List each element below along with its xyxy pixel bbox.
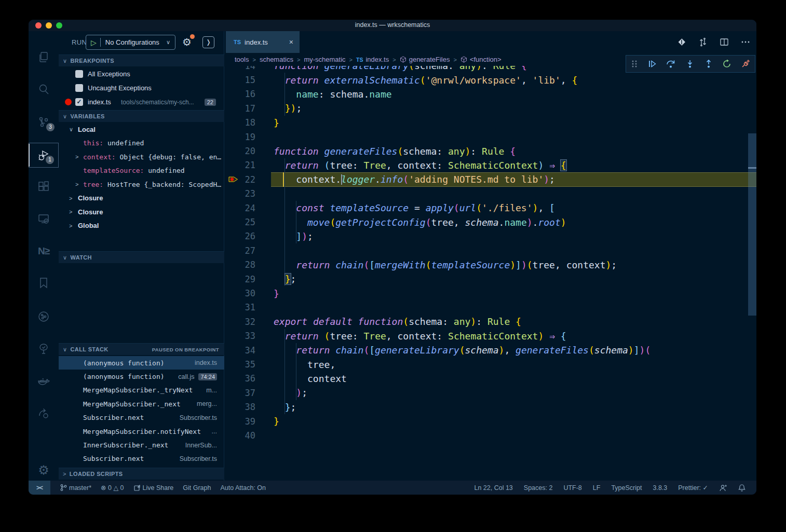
breakpoint-checkbox[interactable] [75,84,83,92]
code-line-18[interactable]: 18} [224,116,748,130]
callstack-frame[interactable]: InnerSubscriber._nextInnerSub... [59,438,224,452]
section-call-stack[interactable]: ∨CALL STACKPAUSED ON BREAKPOINT [59,343,224,355]
breadcrumb-item[interactable]: generateFiles [400,56,450,63]
variable-scope-row[interactable]: >Closure [59,192,224,206]
line-number[interactable]: 32 [224,317,255,327]
callstack-frame[interactable]: MergeMapSubscriber._nextmerg... [59,397,224,411]
breakpoint-checkbox[interactable] [75,70,83,78]
git-graph-icon[interactable] [29,304,59,329]
status-encoding[interactable]: UTF-8 [563,484,581,492]
callstack-frame[interactable]: MergeMapSubscriber._tryNextm... [59,384,224,397]
search-icon[interactable] [29,77,59,102]
line-number[interactable]: 16 [224,89,255,99]
code-line-26[interactable]: 26 ]); [224,229,748,243]
line-number[interactable]: 37 [224,388,255,398]
tab-index-ts[interactable]: TS index.ts × [226,31,300,53]
line-number[interactable]: 23 [224,188,255,199]
status-feedback[interactable] [719,484,727,492]
code-line-27[interactable]: 27 [224,243,748,257]
status-problems[interactable]: ⊗ 0 △ 0 [101,484,124,492]
code-line-30[interactable]: 30} [224,286,748,300]
callstack-frame[interactable]: (anonymous function)index.ts [59,356,224,370]
section-watch[interactable]: ∨WATCH [59,251,224,263]
line-number[interactable]: 29 [224,274,255,284]
code-line-20[interactable]: 20function generateFiles(schema: any): R… [224,144,748,158]
line-number[interactable]: 38 [224,402,255,412]
line-number[interactable]: 36 [224,373,255,384]
test-explorer-icon[interactable] [29,336,59,361]
line-number[interactable]: 19 [224,132,255,142]
status-eol[interactable]: LF [593,484,601,492]
bookmarks-icon[interactable] [29,270,59,295]
debug-console-button[interactable]: ❭ [202,36,214,48]
line-number[interactable]: 26 [224,231,255,241]
extensions-icon[interactable] [29,174,59,199]
status-ts-version[interactable]: 3.8.3 [653,484,667,492]
code-line-22[interactable]: 22 context.logger.info('adding NOTES.md … [224,172,748,186]
code-line-39[interactable]: 39} [224,414,748,428]
restart-icon[interactable] [722,59,731,69]
step-over-icon[interactable] [666,59,676,69]
variable-scope-row[interactable]: >Closure [59,205,224,219]
callstack-frame[interactable]: Subscriber.nextSubscriber.ts [59,411,224,425]
line-number[interactable]: 21 [224,160,255,170]
code-line-23[interactable]: 23 [224,187,748,201]
disconnect-icon[interactable] [741,59,750,69]
callstack-frame[interactable]: MergeMapSubscriber.notifyNext... [59,425,224,438]
debug-breakpoint-arrow-icon[interactable] [228,175,239,185]
breakpoint-checkbox[interactable]: ✓ [75,98,83,106]
line-number[interactable]: 25 [224,217,255,227]
code-line-33[interactable]: 33 return (tree: Tree, context: Schemati… [224,329,748,343]
breadcrumb-item[interactable]: TSindex.ts [356,56,389,63]
step-into-icon[interactable] [685,59,695,69]
code-line-16[interactable]: 16 name: schema.name [224,87,748,101]
breadcrumb-item[interactable]: schematics [260,56,293,63]
more-actions-icon[interactable] [741,37,750,47]
close-tab-icon[interactable]: × [289,38,293,46]
code-line-40[interactable]: 40 [224,428,748,442]
editor-scrollbar[interactable] [748,133,756,316]
breadcrumb-item[interactable]: my-schematic [304,56,345,63]
open-changes-icon[interactable] [677,37,686,47]
variable-scope-row[interactable]: ∨Local [59,122,224,137]
split-editor-icon[interactable] [720,37,729,47]
code-line-37[interactable]: 37 ); [224,386,748,400]
breakpoint-row[interactable]: ✓index.tstools/schematics/my-sch...22 [59,95,224,109]
status-notifications[interactable] [738,484,746,492]
line-number[interactable]: 33 [224,331,255,341]
line-number[interactable]: 17 [224,103,255,114]
callstack-frame[interactable]: Subscriber.nextSubscriber.ts [59,452,224,466]
variable-row[interactable]: this: undefined [59,137,224,151]
code-line-17[interactable]: 17 }); [224,101,748,115]
drag-grip-icon[interactable] [631,59,638,69]
status-auto-attach[interactable]: Auto Attach: On [220,484,266,492]
launch-configuration-dropdown[interactable]: ▷ No Configurations ∨ [86,35,175,50]
code-line-15[interactable]: 15 return externalSchematic('@nrwl/works… [224,73,748,87]
breakpoint-row[interactable]: Uncaught Exceptions [59,81,224,95]
continue-icon[interactable] [647,59,657,69]
run-debug-icon[interactable]: 1 [29,143,59,168]
docker-icon[interactable] [29,369,59,394]
code-line-34[interactable]: 34 return chain([generateLibrary(schema)… [224,343,748,357]
variable-scope-row[interactable]: >Global [59,219,224,233]
code-line-21[interactable]: 21 return (tree: Tree, context: Schemati… [224,158,748,172]
breakpoint-row[interactable]: All Exceptions [59,67,224,81]
line-number[interactable]: 34 [224,345,255,356]
code-line-31[interactable]: 31 [224,301,748,315]
source-control-icon[interactable]: 3 [29,110,59,134]
section-variables[interactable]: ∨VARIABLES [59,110,224,122]
status-prettier[interactable]: Prettier: ✓ [678,484,708,492]
code-line-35[interactable]: 35 tree, [224,357,748,371]
remote-indicator[interactable]: >< [29,481,50,495]
section-breakpoints[interactable]: ∨BREAKPOINTS [59,54,224,66]
section-loaded-scripts[interactable]: >LOADED SCRIPTS [59,468,224,480]
settings-gear-icon[interactable]: ⚙ [29,458,59,483]
line-number[interactable]: 30 [224,288,255,298]
nx-console-icon[interactable]: N≥ [29,239,59,264]
line-number[interactable]: 35 [224,359,255,370]
status-git-branch[interactable]: master* [60,484,91,492]
status-git-graph[interactable]: Git Graph [183,484,211,492]
line-number[interactable]: 15 [224,75,255,85]
remote-explorer-icon[interactable] [29,207,59,231]
explorer-icon[interactable] [29,45,59,70]
